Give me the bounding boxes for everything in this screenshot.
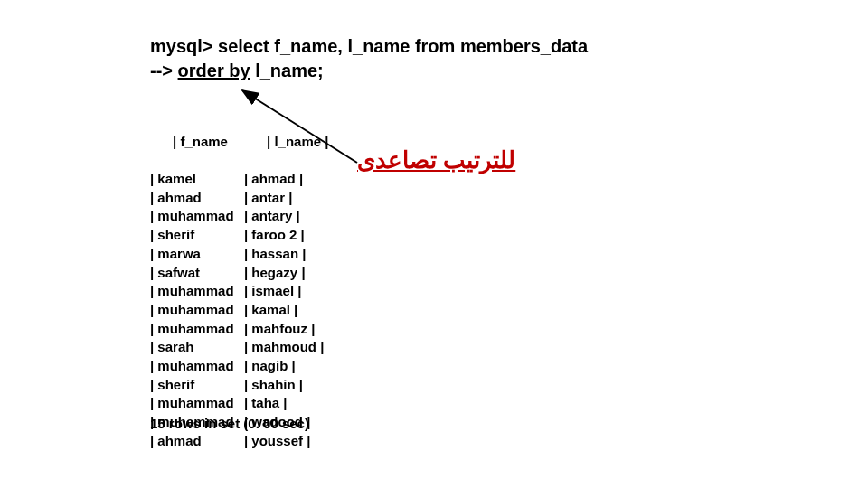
table-row: | muhammad| taha | bbox=[150, 394, 328, 413]
sql-order-col: l_name; bbox=[250, 61, 324, 80]
header-lname: | l_name | bbox=[267, 134, 328, 149]
table-row: | marwa| hassan | bbox=[150, 245, 328, 264]
slide-page: mysql> select f_name, l_name from member… bbox=[0, 0, 868, 488]
table-row: | muhammad| mahfouz | bbox=[150, 320, 328, 339]
table-row: | muhammad| kamal | bbox=[150, 301, 328, 320]
arabic-annotation: للترتيب تصاعدى bbox=[357, 146, 515, 174]
table-row: | sherif| shahin | bbox=[150, 376, 328, 395]
table-row: | muhammad| nagib | bbox=[150, 357, 328, 376]
table-row: | sherif| faroo 2 | bbox=[150, 226, 328, 245]
result-summary: 15 rows in set (0. 00 sec) bbox=[150, 416, 309, 431]
table-row: | muhammad| ismael | bbox=[150, 282, 328, 301]
sql-query-line2: --> order by l_name; bbox=[150, 59, 588, 83]
table-row: | kamel| ahmad | bbox=[150, 170, 328, 189]
table-row: | muhammad| antary | bbox=[150, 207, 328, 226]
table-row: | ahmad| youssef | bbox=[150, 432, 328, 451]
table-row: | sarah| mahmoud | bbox=[150, 338, 328, 357]
sql-prompt-arrow: --> bbox=[150, 61, 178, 80]
sql-query-block: mysql> select f_name, l_name from member… bbox=[150, 34, 588, 83]
result-table: | f_name| l_name | | kamel| ahmad | | ah… bbox=[150, 114, 328, 450]
sql-query-line1: mysql> select f_name, l_name from member… bbox=[150, 34, 588, 59]
header-fname: | f_name bbox=[173, 133, 267, 152]
table-header-row: | f_name| l_name | bbox=[150, 114, 328, 170]
sql-order-by: order by bbox=[178, 61, 250, 80]
table-row: | safwat| hegazy | bbox=[150, 264, 328, 283]
table-row: | ahmad| antar | bbox=[150, 189, 328, 208]
